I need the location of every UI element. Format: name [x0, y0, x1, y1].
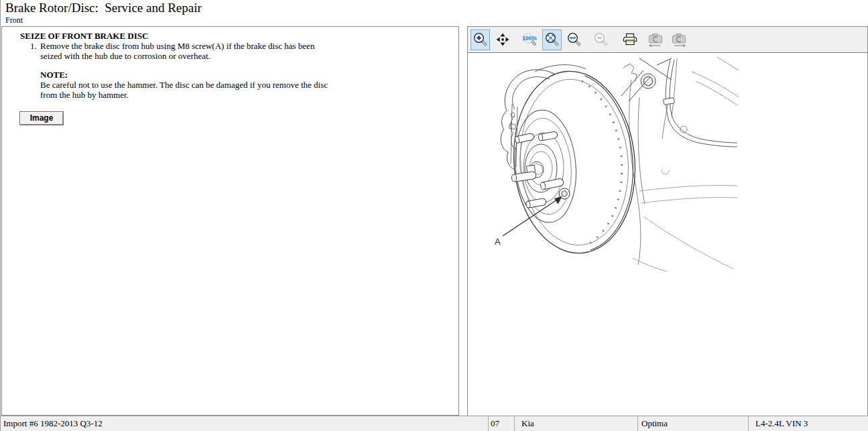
- zoom-100-icon: 100%: [521, 32, 539, 48]
- zoom-out-button[interactable]: [591, 29, 611, 50]
- zoom-in-icon: [473, 32, 489, 48]
- figure-label-a: A: [495, 237, 501, 247]
- zoom-out-icon: [593, 32, 609, 48]
- status-vehicle-make: Kia: [521, 418, 534, 429]
- image-button[interactable]: Image: [19, 111, 64, 125]
- print-icon: [622, 32, 638, 48]
- note-text: Be careful not to use the hammer. The di…: [40, 80, 336, 100]
- section-heading: SEIZE OF FRONT BRAKE DISC: [20, 31, 148, 41]
- viewer-toolbar: 100%: [468, 27, 867, 53]
- step-number: 1.: [30, 41, 37, 51]
- status-divider: [748, 416, 749, 431]
- document-header: Brake Rotor/Disc: Service and Repair Fro…: [1, 0, 868, 26]
- app-window: Brake Rotor/Disc: Service and Repair Fro…: [0, 0, 868, 431]
- brake-disc-illustration: A: [471, 57, 739, 271]
- next-image-button[interactable]: [669, 29, 688, 50]
- step-text: Remove the brake disc from hub using M8 …: [40, 41, 322, 61]
- fit-to-window-button[interactable]: [542, 29, 562, 50]
- print-button[interactable]: [620, 29, 639, 50]
- status-flag: 07: [491, 418, 499, 429]
- status-import-info: Import #6 1982-2013 Q3-12: [3, 418, 103, 429]
- figure-area[interactable]: A: [468, 54, 867, 416]
- page-subtitle: Front: [5, 15, 23, 25]
- image-viewer-panel: 100%: [467, 26, 868, 416]
- status-vehicle-engine: L4-2.4L VIN 3: [755, 418, 808, 429]
- status-bar: Import #6 1982-2013 Q3-12 07 Kia Optima …: [1, 416, 868, 431]
- article-panel: SEIZE OF FRONT BRAKE DISC 1. Remove the …: [1, 26, 459, 416]
- status-divider: [488, 416, 489, 431]
- pan-button[interactable]: [493, 29, 512, 50]
- status-divider: [637, 416, 638, 431]
- fit-width-icon: [566, 32, 582, 48]
- zoom-in-button[interactable]: [471, 29, 490, 50]
- previous-image-button[interactable]: [645, 29, 665, 50]
- page-title: Brake Rotor/Disc: Service and Repair: [5, 1, 202, 15]
- panel-splitter[interactable]: [460, 26, 467, 416]
- next-image-icon: [670, 31, 688, 48]
- note-label: NOTE:: [40, 70, 68, 80]
- fit-to-window-icon: [544, 32, 560, 48]
- pan-icon: [495, 32, 511, 48]
- status-vehicle-model: Optima: [641, 418, 668, 429]
- status-divider: [514, 416, 515, 431]
- previous-image-icon: [647, 31, 664, 48]
- zoom-100-label: 100%: [522, 35, 537, 42]
- zoom-100-button[interactable]: 100%: [520, 29, 540, 50]
- fit-width-button[interactable]: [564, 29, 584, 50]
